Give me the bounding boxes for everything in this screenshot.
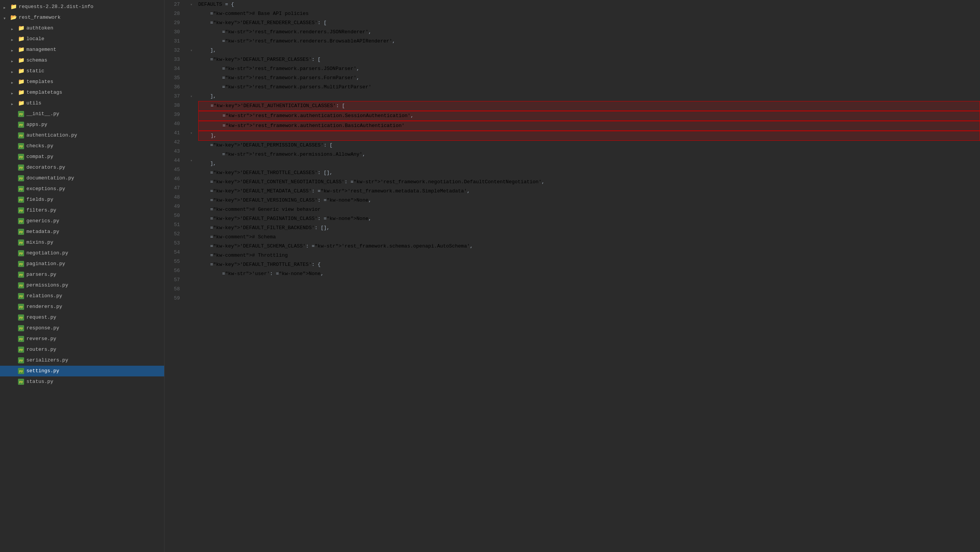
fold-icon (188, 248, 195, 257)
sidebar-item-templatetags[interactable]: templatetags (0, 87, 164, 98)
fold-icon (188, 230, 195, 239)
sidebar-item-request-py[interactable]: pyrequest.py (0, 312, 164, 323)
sidebar-item-static[interactable]: static (0, 66, 164, 77)
spacer (11, 282, 17, 288)
spacer (11, 250, 17, 256)
sidebar-item-authentication-py[interactable]: pyauthentication.py (0, 130, 164, 141)
sidebar-item-schemas[interactable]: schemas (0, 55, 164, 66)
sidebar-item-requests-dist[interactable]: requests-2.28.2.dist-info (0, 2, 164, 12)
sidebar-item-parsers-py[interactable]: pyparsers.py (0, 269, 164, 280)
spacer (11, 229, 17, 235)
fold-icon[interactable]: ▾ (188, 156, 195, 165)
sidebar-item-utils[interactable]: utils (0, 98, 164, 109)
fold-icon (188, 119, 195, 129)
fold-icon (188, 165, 195, 174)
arrow-icon (11, 68, 17, 74)
code-line: ], (198, 131, 980, 141)
item-label: locale (26, 35, 44, 43)
item-label: compat.py (26, 153, 53, 161)
item-label: templates (26, 78, 53, 86)
sidebar-item-checks-py[interactable]: pychecks.py (0, 141, 164, 151)
line-number: 41 (165, 129, 183, 138)
sidebar-item-locale[interactable]: locale (0, 34, 164, 44)
sidebar-item-fields-py[interactable]: pyfields.py (0, 194, 164, 205)
fold-icon[interactable]: ▾ (188, 46, 195, 55)
spacer (11, 122, 17, 128)
spacer (11, 218, 17, 224)
line-number: 27 (165, 0, 183, 9)
item-label: routers.py (26, 345, 56, 354)
sidebar-item-generics-py[interactable]: pygenerics.py (0, 216, 164, 226)
folder-icon (18, 46, 24, 53)
sidebar-item-settings-py[interactable]: pysettings.py (0, 366, 164, 376)
sidebar-item-metadata-py[interactable]: pymetadata.py (0, 226, 164, 237)
sidebar-item-compat-py[interactable]: pycompat.py (0, 151, 164, 162)
folder-icon (18, 78, 24, 85)
sidebar-item-decorators-py[interactable]: pydecorators.py (0, 162, 164, 173)
sidebar-item-renderers-py[interactable]: pyrenderers.py (0, 301, 164, 312)
line-number: 59 (165, 294, 183, 303)
line-number: 43 (165, 147, 183, 156)
line-number: 34 (165, 64, 183, 73)
file-tree[interactable]: requests-2.28.2.dist-inforest_frameworka… (0, 0, 165, 552)
item-label: response.py (26, 324, 59, 332)
code-line: ="kw-key">'DEFAULT_AUTHENTICATION_CLASSE… (198, 101, 980, 111)
line-number: 53 (165, 239, 183, 248)
fold-icon[interactable]: ▾ (188, 129, 195, 138)
sidebar-item-authtoken[interactable]: authtoken (0, 23, 164, 34)
sidebar-item-pagination-py[interactable]: pypagination.py (0, 259, 164, 269)
code-line: ="kw-key">'DEFAULT_PAGINATION_CLASS': ="… (198, 214, 980, 223)
file-icon: py (18, 186, 24, 192)
fold-icon (188, 239, 195, 248)
code-line: ], (198, 159, 980, 168)
fold-icon (188, 101, 195, 110)
line-number: 33 (165, 55, 183, 64)
sidebar-item-routers-py[interactable]: pyrouters.py (0, 344, 164, 355)
file-icon: py (18, 368, 24, 375)
item-label: settings.py (26, 367, 59, 375)
item-label: apps.py (26, 120, 47, 129)
sidebar-item-relations-py[interactable]: pyrelations.py (0, 291, 164, 301)
spacer (11, 261, 17, 267)
sidebar-item-reverse-py[interactable]: pyreverse.py (0, 334, 164, 344)
spacer (11, 293, 17, 299)
sidebar-item-management[interactable]: management (0, 44, 164, 55)
fold-icon[interactable]: ▾ (188, 92, 195, 101)
sidebar-item-serializers-py[interactable]: pyserializers.py (0, 355, 164, 366)
fold-icon (188, 211, 195, 220)
arrow-icon (11, 100, 17, 106)
arrow-icon (3, 4, 9, 10)
sidebar-item-__init__-py[interactable]: py__init__.py (0, 109, 164, 119)
fold-icon (188, 9, 195, 18)
item-label: mixins.py (26, 238, 53, 247)
file-icon: py (18, 132, 24, 139)
folder-icon (18, 25, 24, 32)
file-icon: py (18, 207, 24, 214)
code-line: ="kw-comment"># Schema (198, 233, 980, 242)
spacer (11, 368, 17, 374)
sidebar-item-exceptions-py[interactable]: pyexceptions.py (0, 184, 164, 194)
folder-icon (18, 36, 24, 42)
code-line: ="kw-str">'rest_framework.permissions.Al… (198, 150, 980, 159)
sidebar-item-documentation-py[interactable]: pydocumentation.py (0, 173, 164, 184)
spacer (11, 175, 17, 181)
sidebar-item-apps-py[interactable]: pyapps.py (0, 119, 164, 130)
sidebar-item-response-py[interactable]: pyresponse.py (0, 323, 164, 334)
folder-icon (18, 100, 24, 107)
sidebar-item-templates[interactable]: templates (0, 77, 164, 87)
item-label: requests-2.28.2.dist-info (19, 3, 93, 11)
spacer (11, 143, 17, 149)
sidebar-item-permissions-py[interactable]: pypermissions.py (0, 280, 164, 291)
sidebar-item-filters-py[interactable]: pyfilters.py (0, 205, 164, 216)
file-icon: py (18, 164, 24, 171)
line-number: 30 (165, 28, 183, 37)
sidebar-item-mixins-py[interactable]: pymixins.py (0, 237, 164, 248)
item-label: relations.py (26, 292, 62, 300)
sidebar-item-status-py[interactable]: pystatus.py (0, 376, 164, 387)
fold-icon (188, 110, 195, 119)
line-number: 48 (165, 193, 183, 202)
sidebar-item-negotiation-py[interactable]: pynegotiation.py (0, 248, 164, 259)
fold-icon[interactable]: ▾ (188, 0, 195, 9)
fold-icon (188, 147, 195, 156)
sidebar-item-rest_framework[interactable]: rest_framework (0, 12, 164, 23)
